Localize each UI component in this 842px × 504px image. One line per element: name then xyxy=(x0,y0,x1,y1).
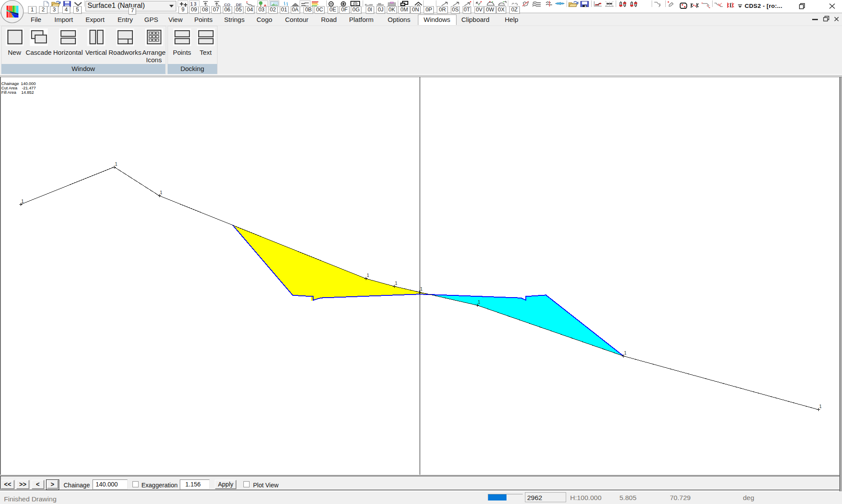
svg-text:CO: CO xyxy=(224,2,230,7)
svg-text:14.852: 14.852 xyxy=(21,90,34,95)
svg-text:1: 1 xyxy=(160,190,163,195)
svg-text:1 3: 1 3 xyxy=(190,2,196,7)
svg-text:1: 1 xyxy=(624,351,627,355)
svg-text:1: 1 xyxy=(395,281,398,286)
svg-text:1: 1 xyxy=(478,300,481,305)
svg-text:1: 1 xyxy=(819,404,822,409)
svg-text:1: 1 xyxy=(115,162,118,167)
svg-text:Fill Area: Fill Area xyxy=(1,90,17,95)
svg-text:1: 1 xyxy=(21,199,24,204)
svg-text:1: 1 xyxy=(420,287,423,291)
svg-text:1: 1 xyxy=(367,273,369,278)
svg-text:DE: DE xyxy=(236,2,242,7)
